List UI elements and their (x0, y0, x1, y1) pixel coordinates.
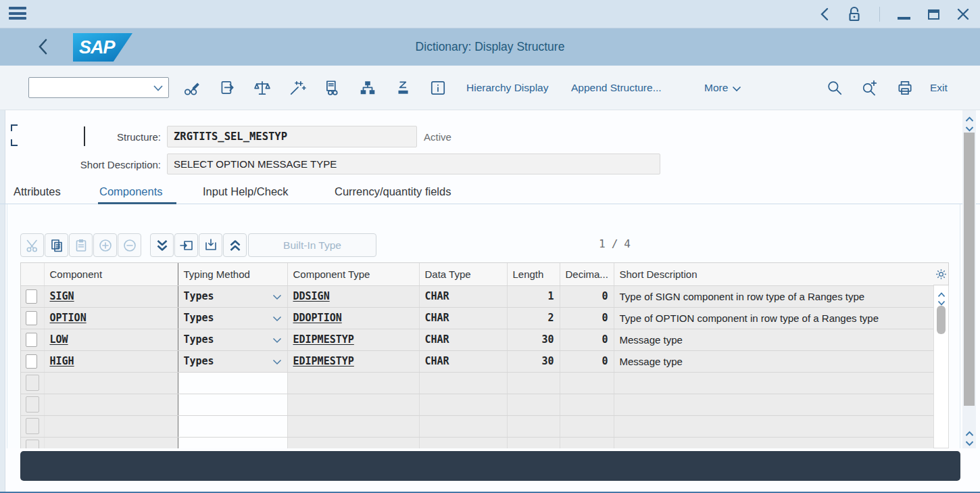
component-type-cell (287, 415, 419, 437)
short-description-cell (614, 415, 934, 437)
status-text: Active (424, 131, 451, 143)
component-type-link[interactable]: DDSIGN (293, 290, 330, 302)
tab-components[interactable]: Components (99, 185, 163, 198)
expand-all-button[interactable] (150, 233, 174, 257)
chevron-down-icon (272, 316, 282, 322)
insert-line-button[interactable] (93, 233, 117, 257)
unlock-icon[interactable] (847, 6, 862, 22)
table-row: OPTIONTypesDDOPTIONCHAR20Type of OPTION … (21, 307, 934, 329)
short-description-field[interactable]: SELECT OPTION MESSAGE TYPE (167, 154, 660, 174)
print-icon[interactable] (896, 79, 914, 97)
empty-table-row (21, 437, 934, 448)
display-change-icon[interactable] (183, 79, 201, 97)
gear-icon[interactable] (935, 268, 947, 280)
scroll-down-bottom-icon[interactable] (965, 437, 974, 449)
short-description-cell: Message type (614, 329, 934, 350)
row-select-cell (21, 394, 44, 415)
copy-button[interactable] (45, 233, 68, 257)
built-in-type-button[interactable]: Built-In Type (248, 233, 376, 257)
chevron-down-icon (153, 85, 164, 92)
chevron-down-icon (272, 337, 282, 344)
menu-icon[interactable] (9, 7, 26, 22)
column-header-decimals[interactable]: Decima... (560, 263, 614, 285)
typing-method-cell[interactable]: Types (178, 350, 287, 372)
close-icon[interactable] (957, 8, 969, 20)
typing-method-cell[interactable]: Types (178, 285, 287, 307)
paste-button[interactable] (69, 233, 93, 257)
column-header-short-description[interactable]: Short Description (614, 263, 934, 285)
column-header-length[interactable]: Length (507, 263, 560, 285)
column-header-component[interactable]: Component (44, 263, 178, 285)
decimals-cell: 0 (560, 285, 614, 307)
row-checkbox[interactable] (26, 354, 37, 369)
row-checkbox[interactable] (26, 311, 37, 325)
row-checkbox (26, 440, 39, 448)
short-description-cell (614, 437, 934, 448)
main-scrollbar-thumb[interactable] (964, 133, 975, 406)
select-all-header[interactable] (21, 263, 44, 285)
row-select-cell (21, 350, 44, 372)
minimize-icon[interactable] (898, 9, 910, 20)
insert-row-button[interactable] (174, 233, 198, 257)
component-type-cell: DDOPTION (287, 307, 419, 329)
find-icon[interactable] (826, 79, 843, 97)
more-menu-button[interactable]: More (704, 66, 741, 110)
exit-button[interactable]: Exit (930, 66, 948, 110)
tab-attributes[interactable]: Attributes (14, 185, 61, 198)
column-header-typing-method[interactable]: Typing Method (178, 263, 287, 285)
component-type-link[interactable]: EDIPMESTYP (293, 333, 354, 346)
delete-line-button[interactable] (118, 233, 141, 257)
empty-table-row (21, 394, 934, 415)
length-cell (507, 437, 560, 448)
typing-method-cell (178, 415, 287, 437)
column-header-component-type[interactable]: Component Type (287, 263, 419, 285)
component-link[interactable]: HIGH (50, 355, 74, 367)
length-cell (507, 415, 560, 437)
activate-icon[interactable] (289, 79, 306, 97)
typing-method-cell[interactable]: Types (178, 307, 287, 329)
component-cell (44, 394, 178, 415)
command-combobox[interactable] (28, 77, 169, 98)
main-toolbar: Hierarchy Display Append Structure... Mo… (0, 66, 980, 110)
collapse-all-button[interactable] (223, 233, 247, 257)
where-used-list-icon[interactable] (324, 79, 341, 97)
short-description-cell: Type of OPTION component in row type of … (614, 307, 934, 329)
structure-field[interactable]: ZRGTITS_SEL_MESTYP (167, 126, 417, 147)
sort-icon[interactable] (394, 79, 412, 97)
row-checkbox[interactable] (26, 289, 37, 304)
hierarchy-icon[interactable] (359, 79, 376, 97)
cut-button[interactable] (20, 233, 44, 257)
row-checkbox (26, 418, 39, 434)
component-type-link[interactable]: DDOPTION (293, 312, 342, 324)
length-cell: 2 (507, 307, 560, 329)
information-icon[interactable] (429, 79, 447, 97)
row-checkbox[interactable] (26, 333, 37, 347)
short-description-cell (614, 372, 934, 394)
tab-currency-quantity-fields[interactable]: Currency/quantity fields (335, 185, 451, 198)
focus-corner-mark (11, 124, 18, 131)
data-type-cell (419, 372, 507, 394)
maximize-icon[interactable] (928, 9, 939, 20)
typing-method-cell[interactable]: Types (178, 329, 287, 350)
component-cell (44, 415, 178, 437)
tab-input-help-check[interactable]: Input Help/Check (203, 185, 289, 198)
component-link[interactable]: OPTION (50, 312, 87, 324)
length-cell: 1 (507, 285, 560, 307)
table-scrollbar-thumb[interactable] (937, 306, 946, 334)
append-row-button[interactable] (199, 233, 222, 257)
find-next-icon[interactable] (861, 79, 879, 97)
status-bar (20, 451, 960, 481)
append-structure-button[interactable]: Append Structure... (571, 66, 662, 110)
component-link[interactable]: LOW (50, 333, 68, 346)
component-type-link[interactable]: EDIPMESTYP (293, 355, 354, 367)
transport-icon[interactable] (218, 79, 236, 97)
back-history-icon[interactable] (820, 7, 829, 21)
column-header-data-type[interactable]: Data Type (419, 263, 507, 285)
hierarchy-display-button[interactable]: Hierarchy Display (466, 66, 548, 110)
check-icon[interactable] (253, 79, 271, 97)
decimals-cell (560, 437, 614, 448)
component-link[interactable]: SIGN (50, 290, 74, 302)
component-type-cell (287, 437, 419, 448)
decimals-cell: 0 (560, 329, 614, 350)
chevron-down-icon (272, 294, 282, 300)
